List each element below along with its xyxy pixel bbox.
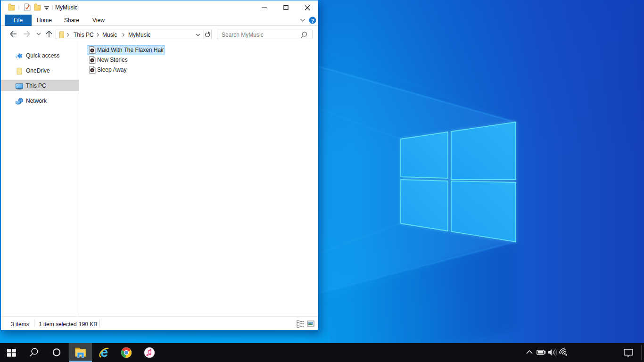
svg-text:?: ?	[311, 18, 314, 24]
